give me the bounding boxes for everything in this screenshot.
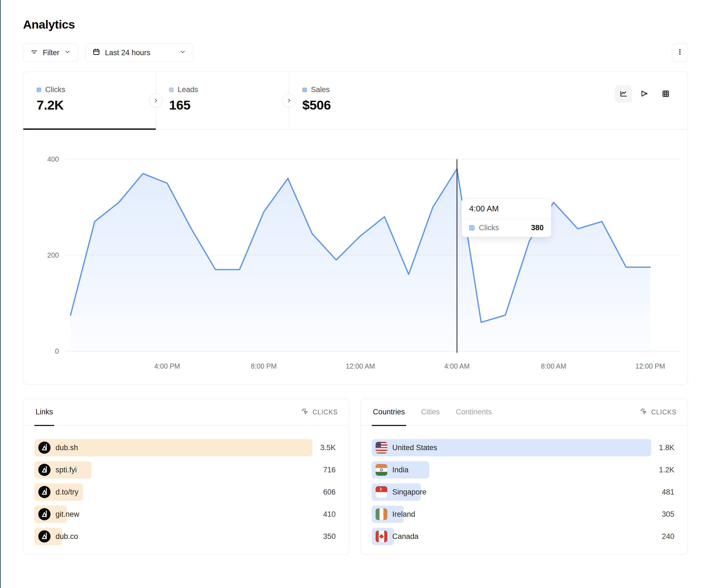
- country-name: Singapore: [392, 488, 427, 496]
- link-row[interactable]: git.new410: [35, 506, 336, 523]
- y-tick-label: 400: [47, 155, 59, 163]
- clicks-metric-value: 7.2K: [37, 97, 155, 113]
- sales-metric-value: $506: [302, 97, 331, 113]
- x-tick-label: 4:00 PM: [154, 362, 180, 370]
- x-tick-label: 8:00 PM: [251, 362, 277, 370]
- cursor-click-icon: [640, 407, 648, 417]
- sales-legend-square: [302, 88, 307, 92]
- clicks-area-fill: [70, 169, 650, 351]
- link-name: spti.fyi: [56, 466, 77, 474]
- tooltip-time: 4:00 AM: [462, 199, 551, 219]
- dub-logo-icon: [38, 486, 50, 498]
- link-name: dub.co: [56, 532, 78, 541]
- cursor-click-icon: [301, 407, 309, 417]
- more-options-button[interactable]: [672, 44, 688, 62]
- line-chart-view-button[interactable]: [615, 86, 632, 103]
- analytics-chart-card: Clicks 7.2K Leads 165 Sales $506: [23, 71, 688, 385]
- filter-button-label: Filter: [43, 48, 59, 57]
- clicks-area-chart[interactable]: 02004004:00 PM8:00 PM12:00 AM4:00 AM8:00…: [23, 130, 687, 384]
- countries-metric-header-button[interactable]: CLICKS: [640, 399, 676, 426]
- links-list: dub.sh3.5Kspti.fyi716d.to/try606git.new4…: [23, 426, 349, 545]
- clicks-value: 1.8K: [659, 439, 674, 456]
- breakdown-panels: Links CLICKS dub.sh3.5Kspti.fyi716d.to/t…: [23, 399, 688, 555]
- tab-countries[interactable]: Countries: [372, 399, 406, 426]
- ca-flag-icon: [375, 530, 387, 542]
- x-tick-label: 8:00 AM: [541, 362, 566, 370]
- sales-metric-label: Sales: [311, 86, 330, 94]
- countries-panel: Countries Cities Continents CLICKS Unite…: [360, 399, 688, 555]
- metric-tab-leads[interactable]: Leads 165: [156, 72, 289, 129]
- clicks-metric-label: Clicks: [45, 86, 65, 94]
- clicks-value: 716: [323, 461, 336, 478]
- y-tick-label: 0: [55, 347, 59, 355]
- clicks-value: 305: [662, 506, 674, 523]
- clicks-legend-square: [37, 88, 41, 92]
- funnel-chart-view-button[interactable]: [636, 86, 653, 103]
- clicks-value: 350: [323, 528, 336, 545]
- countries-metric-header-label: CLICKS: [651, 409, 676, 416]
- country-row[interactable]: Singapore481: [372, 483, 674, 501]
- tooltip-series-label: Clicks: [479, 224, 499, 232]
- page-title: Analytics: [23, 18, 688, 31]
- links-panel: Links CLICKS dub.sh3.5Kspti.fyi716d.to/t…: [23, 399, 349, 555]
- chevron-down-icon: [64, 48, 71, 58]
- clicks-value: 606: [323, 483, 336, 501]
- calendar-icon: [92, 48, 101, 58]
- country-row[interactable]: India1.2K: [372, 461, 674, 478]
- dub-logo-icon: [38, 442, 50, 454]
- us-flag-icon: [375, 442, 387, 453]
- sg-flag-icon: [375, 486, 387, 498]
- link-name: git.new: [56, 510, 80, 519]
- tab-cities[interactable]: Cities: [420, 399, 441, 426]
- x-tick-label: 4:00 AM: [444, 362, 470, 370]
- links-metric-header-label: CLICKS: [313, 409, 338, 416]
- line-chart-icon: [619, 89, 628, 99]
- country-row[interactable]: Canada240: [372, 528, 674, 545]
- clicks-value: 240: [662, 528, 674, 545]
- filter-button[interactable]: Filter: [23, 44, 78, 62]
- dub-logo-icon: [38, 464, 50, 476]
- link-row[interactable]: spti.fyi716: [35, 461, 336, 478]
- ie-flag-icon: [375, 508, 387, 520]
- window-edge-accent: [0, 0, 1, 588]
- chart-tooltip: 4:00 AM Clicks 380: [461, 199, 552, 237]
- metric-tab-clicks[interactable]: Clicks 7.2K: [23, 72, 156, 129]
- clicks-value: 481: [662, 483, 674, 501]
- x-tick-label: 12:00 PM: [635, 362, 665, 370]
- link-row[interactable]: d.to/try606: [35, 483, 336, 501]
- tooltip-value: 380: [531, 224, 544, 232]
- clicks-value: 1.2K: [659, 461, 674, 478]
- chevron-down-icon: [179, 48, 186, 58]
- chart-type-switcher: [615, 86, 674, 103]
- country-row[interactable]: United States1.8K: [372, 439, 674, 456]
- expand-clicks-chevron-button[interactable]: [149, 94, 163, 107]
- table-grid-icon: [661, 89, 670, 99]
- country-row[interactable]: Ireland305: [372, 506, 674, 523]
- toolbar: Filter Last 24 hours: [23, 44, 688, 62]
- funnel-chart-icon: [640, 89, 649, 99]
- clicks-value: 410: [323, 506, 336, 523]
- dub-logo-icon: [38, 530, 50, 543]
- tab-continents[interactable]: Continents: [455, 399, 493, 426]
- x-tick-label: 12:00 AM: [346, 362, 375, 370]
- metric-tabs-row: Clicks 7.2K Leads 165 Sales $506: [23, 72, 688, 130]
- link-row[interactable]: dub.co350: [35, 528, 336, 545]
- tooltip-legend-square: [469, 225, 474, 230]
- link-row[interactable]: dub.sh3.5K: [35, 439, 336, 456]
- leads-legend-square: [169, 88, 173, 92]
- expand-leads-chevron-button[interactable]: [282, 94, 296, 107]
- country-name: United States: [392, 444, 437, 452]
- kebab-menu-icon: [676, 48, 684, 58]
- leads-metric-value: 165: [169, 97, 289, 113]
- clicks-value: 3.5K: [320, 439, 336, 456]
- clicks-chart-area[interactable]: 02004004:00 PM8:00 PM12:00 AM4:00 AM8:00…: [23, 130, 687, 384]
- table-view-button[interactable]: [657, 86, 674, 103]
- link-name: d.to/try: [56, 488, 79, 496]
- date-range-label: Last 24 hours: [105, 48, 150, 57]
- country-name: Ireland: [392, 510, 415, 519]
- filter-lines-icon: [30, 48, 38, 58]
- links-metric-header-button[interactable]: CLICKS: [301, 399, 338, 426]
- tab-links[interactable]: Links: [35, 399, 54, 426]
- date-range-button[interactable]: Last 24 hours: [85, 44, 193, 62]
- y-tick-label: 200: [47, 251, 59, 259]
